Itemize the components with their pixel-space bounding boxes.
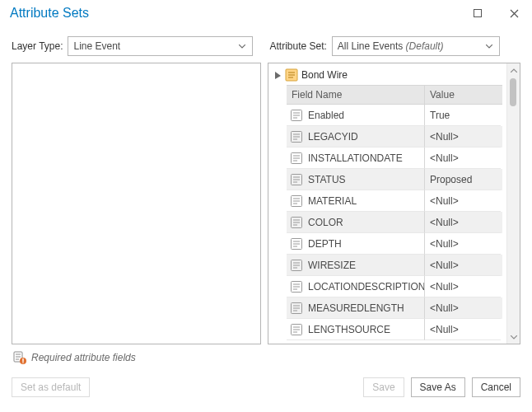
field-icon (290, 323, 303, 336)
tree-node[interactable]: Bond Wire (272, 67, 505, 83)
required-field-icon (13, 351, 26, 364)
field-name-cell: MATERIAL (287, 190, 425, 212)
table-row[interactable]: WIRESIZE<Null> (287, 255, 502, 276)
table-row[interactable]: INSTALLATIONDATE<Null> (287, 147, 502, 169)
table-row[interactable]: LOCATIONDESCRIPTION<Null> (287, 276, 502, 297)
attribute-panel: Bond Wire Field Name Value EnabledTrueLE… (268, 63, 520, 344)
field-name: STATUS (308, 174, 346, 185)
field-name-cell: LOCATIONDESCRIPTION (287, 276, 425, 297)
field-icon (290, 173, 303, 186)
collapse-icon[interactable] (273, 71, 282, 79)
value-cell[interactable]: <Null> (425, 233, 501, 255)
header-value: Value (425, 86, 501, 104)
attribute-table: Field Name Value EnabledTrueLEGACYID<Nul… (287, 85, 502, 340)
attribute-set-value: All Line Events (338, 40, 403, 52)
scrollbar[interactable] (506, 63, 520, 344)
window-title: Attribute Sets (10, 6, 460, 21)
header-field-name: Field Name (287, 86, 425, 104)
field-icon (290, 130, 303, 143)
value-cell[interactable]: <Null> (425, 147, 501, 169)
field-icon (290, 152, 303, 165)
field-name-cell: LENGTHSOURCE (287, 319, 425, 340)
field-name-cell: Enabled (287, 105, 425, 126)
set-as-default-button[interactable]: Set as default (12, 377, 90, 397)
value-cell[interactable]: <Null> (425, 297, 501, 319)
attribute-set-combo[interactable]: All Line Events (Default) (332, 36, 500, 56)
attribute-set-label: Attribute Set: (269, 40, 326, 52)
field-name: WIRESIZE (308, 260, 356, 271)
field-name-cell: STATUS (287, 169, 425, 190)
field-name-cell: LEGACYID (287, 126, 425, 147)
scroll-up-icon[interactable] (507, 63, 520, 77)
scroll-down-icon[interactable] (507, 330, 520, 344)
table-row[interactable]: DEPTH<Null> (287, 233, 502, 255)
field-name: MATERIAL (308, 195, 357, 207)
save-as-button[interactable]: Save As (411, 377, 465, 397)
layer-type-value: Line Event (73, 40, 236, 52)
attribute-set-suffix: (Default) (406, 40, 444, 52)
table-row[interactable]: LENGTHSOURCE<Null> (287, 319, 502, 340)
chevron-down-icon (236, 44, 249, 49)
legend: Required attribute fields (12, 351, 520, 364)
field-name: LENGTHSOURCE (308, 324, 390, 335)
table-row[interactable]: STATUSProposed (287, 169, 502, 190)
save-button[interactable]: Save (363, 377, 404, 397)
table-row[interactable]: MEASUREDLENGTH<Null> (287, 297, 502, 319)
table-row[interactable]: MATERIAL<Null> (287, 190, 502, 212)
value-cell[interactable]: <Null> (425, 255, 501, 276)
field-name: INSTALLATIONDATE (308, 152, 403, 164)
table-header: Field Name Value (287, 85, 502, 105)
field-name-cell: INSTALLATIONDATE (287, 147, 425, 169)
value-cell[interactable]: <Null> (425, 190, 501, 212)
field-name: DEPTH (308, 238, 342, 250)
field-icon (290, 216, 303, 229)
scroll-thumb[interactable] (510, 78, 516, 106)
field-name: MEASUREDLENGTH (308, 302, 404, 314)
field-name-cell: MEASUREDLENGTH (287, 297, 425, 319)
field-icon (290, 237, 303, 250)
value-cell[interactable]: Proposed (425, 169, 501, 190)
field-icon (290, 109, 303, 122)
svg-rect-0 (474, 10, 482, 17)
left-list-panel[interactable] (12, 63, 261, 344)
close-button[interactable] (496, 1, 532, 26)
value-cell[interactable]: <Null> (425, 126, 501, 147)
field-icon (290, 302, 303, 315)
field-icon (290, 194, 303, 208)
layer-icon (285, 68, 298, 82)
title-bar: Attribute Sets (0, 0, 532, 26)
layer-type-label: Layer Type: (12, 40, 63, 52)
field-name-cell: DEPTH (287, 233, 425, 255)
value-cell[interactable]: <Null> (425, 212, 501, 233)
value-cell[interactable]: <Null> (425, 319, 501, 340)
field-name-cell: COLOR (287, 212, 425, 233)
field-name-cell: WIRESIZE (287, 255, 425, 276)
layer-type-combo[interactable]: Line Event (68, 36, 253, 56)
legend-text: Required attribute fields (31, 352, 136, 363)
field-icon (290, 280, 303, 293)
table-row[interactable]: EnabledTrue (287, 105, 502, 126)
tree-node-label: Bond Wire (301, 69, 348, 81)
chevron-down-icon (483, 44, 496, 49)
table-row[interactable]: LEGACYID<Null> (287, 126, 502, 147)
value-cell[interactable]: <Null> (425, 276, 501, 297)
cancel-button[interactable]: Cancel (472, 377, 520, 397)
maximize-button[interactable] (460, 1, 496, 26)
field-icon (290, 259, 303, 272)
field-name: LEGACYID (308, 131, 358, 143)
field-name: Enabled (308, 110, 344, 121)
field-name: COLOR (308, 217, 343, 228)
field-name: LOCATIONDESCRIPTION (308, 281, 424, 293)
value-cell[interactable]: True (425, 105, 501, 126)
table-row[interactable]: COLOR<Null> (287, 212, 502, 233)
